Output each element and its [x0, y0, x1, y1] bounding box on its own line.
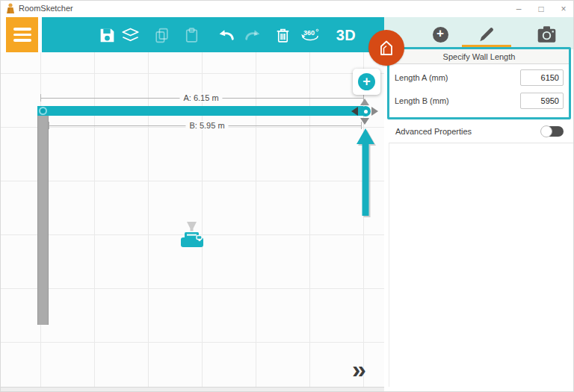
rotate-360-button[interactable]: 360: [300, 25, 321, 46]
house-icon: [377, 38, 395, 57]
wall-start-handle[interactable]: [39, 107, 47, 115]
copy-icon: [152, 26, 171, 45]
clipboard-icon: [182, 26, 201, 45]
panel-lower-section: [389, 143, 574, 387]
camera-position-marker[interactable]: [179, 221, 206, 255]
dimension-a-label: A: 6.15 m: [179, 93, 222, 102]
wall-end-handle[interactable]: [360, 106, 371, 116]
wall-vertical[interactable]: [37, 116, 49, 325]
minimize-icon[interactable]: –: [513, 4, 524, 14]
plus-circle-icon: +: [433, 27, 448, 43]
close-icon[interactable]: ×: [558, 4, 569, 14]
home-mode-button[interactable]: [368, 30, 404, 66]
save-button[interactable]: [96, 25, 117, 46]
undo-icon: [215, 25, 236, 46]
add-wall-button[interactable]: +: [353, 69, 380, 95]
length-b-input[interactable]: [520, 93, 564, 109]
guide-up-arrow: [355, 128, 376, 220]
svg-text:360: 360: [303, 29, 315, 37]
levels-button[interactable]: [120, 25, 141, 46]
tab-add-item[interactable]: +: [429, 23, 451, 46]
drag-right-arrow-icon[interactable]: [371, 107, 378, 116]
plus-icon: +: [358, 73, 375, 90]
app-window: RoomSketcher – □ ×: [0, 0, 574, 392]
drag-up-arrow-icon[interactable]: [360, 99, 369, 105]
trash-icon: [274, 26, 292, 45]
advanced-properties-row: Advanced Properties: [387, 122, 571, 140]
length-a-row: Length A (mm): [389, 64, 569, 90]
drag-down-arrow-icon[interactable]: [360, 118, 369, 125]
window-bottom-edge: [1, 387, 384, 392]
app-logo-icon: [6, 3, 16, 14]
paste-button: [181, 25, 202, 46]
tab-camera[interactable]: [535, 23, 558, 46]
title-bar: RoomSketcher – □ ×: [1, 1, 574, 17]
delete-button[interactable]: [272, 25, 293, 46]
length-b-label: Length B (mm): [395, 96, 449, 105]
layers-icon: [120, 25, 141, 46]
window-title: RoomSketcher: [19, 4, 73, 13]
maximize-icon[interactable]: □: [536, 4, 546, 14]
advanced-properties-toggle[interactable]: [541, 126, 564, 137]
panel-tab-bar: +: [384, 17, 574, 49]
length-a-input[interactable]: [520, 69, 564, 86]
main-toolbar: 360 3D: [42, 17, 384, 52]
dimension-b-label: B: 5.95 m: [185, 121, 228, 130]
length-a-label: Length A (mm): [395, 73, 448, 82]
card-title: Specify Wall Length: [389, 49, 569, 64]
drag-left-arrow-icon[interactable]: [351, 107, 358, 116]
length-b-row: Length B (mm): [389, 87, 569, 113]
wall-horizontal-selected[interactable]: [37, 106, 363, 116]
redo-icon: [243, 25, 264, 46]
view-3d-button[interactable]: 3D: [333, 25, 359, 46]
hamburger-icon: [13, 28, 31, 31]
copy-button: [151, 25, 172, 46]
tab-edit-active[interactable]: [475, 23, 498, 46]
save-icon: [98, 26, 117, 45]
undo-button[interactable]: [215, 25, 236, 46]
printer-icon: [179, 221, 206, 252]
floorplan-canvas[interactable]: A: 6.15 m B: 5.95 m +: [1, 52, 384, 387]
camera-icon: [537, 25, 557, 44]
menu-button[interactable]: [6, 17, 38, 52]
advanced-properties-label: Advanced Properties: [395, 127, 472, 136]
redo-button: [243, 25, 264, 46]
expand-panel-button[interactable]: »: [352, 355, 366, 384]
specify-wall-length-card: Specify Wall Length Length A (mm) Length…: [387, 47, 571, 119]
rotate-360-icon: 360: [300, 24, 321, 46]
pencil-icon: [477, 25, 496, 44]
